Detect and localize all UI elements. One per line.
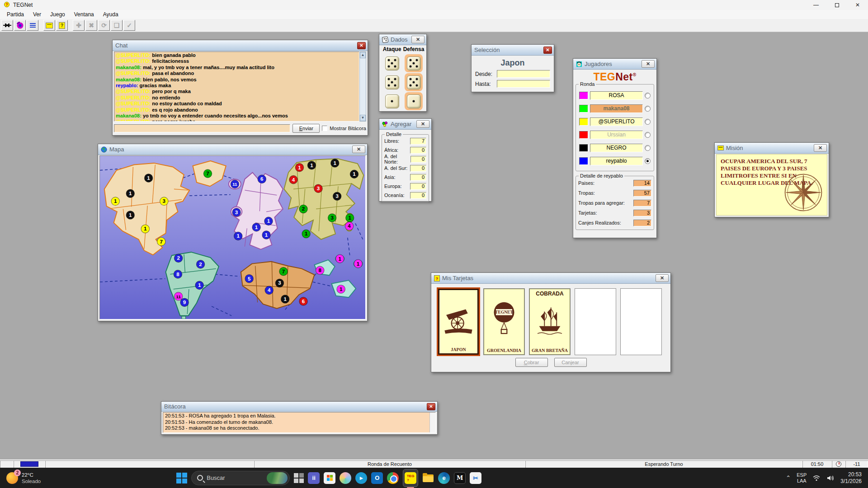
start-button[interactable] — [176, 469, 187, 487]
troop-marker[interactable]: 7 — [203, 169, 212, 178]
speaker-icon[interactable] — [826, 475, 835, 481]
troop-marker[interactable]: 3 — [333, 192, 341, 200]
troop-marker[interactable]: 2 — [196, 260, 204, 268]
troop-marker[interactable]: 1 — [234, 232, 242, 240]
troop-marker[interactable]: 1 — [262, 231, 270, 239]
menu-partida[interactable]: Partida — [2, 10, 28, 19]
player-radio[interactable] — [645, 158, 651, 164]
scroll-down-icon[interactable]: ▼ — [360, 115, 366, 121]
weather-widget[interactable]: 2 22°C Soleado — [6, 472, 41, 484]
mapa-close-icon[interactable]: ✕ — [352, 145, 365, 153]
troop-marker[interactable]: 7 — [279, 267, 288, 276]
tegnet-taskbar-button[interactable]: TEG? — [403, 469, 418, 487]
troop-marker[interactable]: 8 — [316, 266, 324, 274]
maximize-button[interactable] — [826, 0, 847, 10]
language-indicator[interactable]: ESPLAA — [797, 472, 807, 484]
taskbar-search[interactable]: Buscar — [191, 471, 290, 485]
troop-marker[interactable]: 1 — [111, 197, 119, 205]
troop-marker[interactable]: 1 — [302, 230, 310, 238]
agregar-close-icon[interactable]: ✕ — [416, 120, 429, 128]
troop-marker[interactable]: 3 — [314, 184, 322, 192]
troop-marker[interactable]: 1 — [195, 281, 203, 289]
store-button[interactable] — [324, 469, 335, 487]
world-map[interactable]: 1113117711631111111143323141228111957341… — [99, 155, 366, 319]
menu-ventana[interactable]: Ventana — [70, 10, 99, 19]
troop-marker[interactable]: 1 — [126, 189, 134, 197]
troop-marker[interactable]: 1 — [126, 211, 134, 219]
snipping-tool-button[interactable]: ✂ — [470, 469, 481, 487]
empty-card-slot[interactable] — [575, 288, 616, 355]
menu-ayuda[interactable]: Ayuda — [99, 10, 123, 19]
troop-marker[interactable]: 1 — [350, 170, 358, 178]
troop-marker[interactable]: 4 — [345, 222, 353, 230]
seleccion-titlebar[interactable]: Selección ✕ — [472, 45, 554, 56]
main-titlebar[interactable]: ? TEGNet — ✕ — [0, 0, 868, 10]
troop-marker[interactable]: 11 — [174, 292, 182, 300]
troop-marker[interactable]: 3 — [232, 208, 241, 216]
troop-marker[interactable]: 9 — [180, 298, 189, 306]
canjear-button[interactable]: Canjear — [554, 358, 587, 367]
player-radio[interactable] — [645, 132, 651, 138]
player-radio[interactable] — [645, 93, 651, 99]
jugadores-close-icon[interactable]: ✕ — [642, 60, 655, 68]
media-app-button[interactable]: M — [454, 469, 466, 487]
dice-close-icon[interactable]: ✕ — [411, 36, 425, 43]
search-highlight-thumbnail[interactable] — [267, 472, 288, 484]
outlook-button[interactable]: O — [371, 469, 383, 487]
chat-close-icon[interactable]: ✕ — [357, 42, 366, 49]
troop-marker[interactable]: 7 — [157, 238, 165, 246]
troop-marker[interactable]: 8 — [174, 270, 182, 278]
chat-input[interactable] — [114, 124, 290, 132]
troop-marker[interactable]: 1 — [346, 214, 354, 222]
to-input[interactable] — [497, 80, 550, 88]
from-input[interactable] — [497, 70, 550, 78]
copilot-button[interactable] — [340, 469, 351, 487]
tarjetas-titlebar[interactable]: ? Mis Tarjetas ✕ — [431, 273, 670, 284]
notes-button[interactable] — [43, 20, 55, 31]
wifi-icon[interactable] — [812, 475, 821, 481]
chat-scrollbar[interactable]: ▲ ▼ — [359, 52, 366, 122]
connect-button[interactable] — [1, 20, 13, 31]
empty-card-slot[interactable] — [620, 288, 662, 355]
mapa-titlebar[interactable]: Mapa ✕ — [98, 144, 367, 155]
player-radio[interactable] — [645, 145, 651, 151]
chat-titlebar[interactable]: Chat ✕ — [113, 40, 368, 51]
troop-marker[interactable]: 1 — [307, 161, 316, 169]
tarjetas-close-icon[interactable]: ✕ — [656, 274, 669, 282]
troop-marker[interactable]: 3 — [328, 214, 336, 222]
bitacora-titlebar[interactable]: Bitácora ✕ — [161, 402, 437, 412]
troop-marker[interactable]: 1 — [141, 225, 149, 233]
troop-marker[interactable]: 1 — [331, 159, 339, 167]
help-button[interactable]: ? — [56, 20, 68, 31]
stream-button[interactable]: ▸ — [355, 469, 367, 487]
globe-button[interactable] — [14, 20, 26, 31]
country-card[interactable]: JAPON — [438, 288, 479, 355]
mision-close-icon[interactable]: ✕ — [814, 144, 827, 152]
menu-juego[interactable]: Juego — [46, 10, 70, 19]
teams-button[interactable]: ii — [308, 469, 320, 487]
troop-marker[interactable]: 1 — [144, 174, 152, 182]
country-card[interactable]: COBRADAGRAN BRETAÑA — [529, 288, 571, 355]
menu-ver[interactable]: Ver — [28, 10, 46, 19]
list-button[interactable] — [27, 20, 38, 31]
troop-marker[interactable]: 2 — [174, 254, 182, 262]
chrome-button[interactable] — [387, 469, 399, 487]
cobrar-button[interactable]: Cobrar — [515, 358, 548, 367]
troop-marker[interactable]: 3 — [160, 197, 168, 205]
country-card[interactable]: TEGNETGROENLANDIA — [483, 288, 525, 355]
player-radio[interactable] — [645, 106, 651, 112]
troop-marker[interactable]: 4 — [289, 175, 297, 183]
troop-marker[interactable]: 1 — [264, 217, 273, 225]
close-button[interactable]: ✕ — [847, 0, 868, 10]
troop-marker[interactable]: 4 — [265, 286, 273, 294]
troop-marker[interactable]: 2 — [299, 205, 307, 213]
seleccion-close-icon[interactable]: ✕ — [543, 47, 552, 54]
troop-marker[interactable]: 1 — [336, 254, 344, 263]
troop-marker[interactable]: 5 — [245, 274, 253, 282]
edge-button[interactable]: e — [438, 469, 450, 487]
file-explorer-button[interactable] — [422, 469, 434, 487]
troop-marker[interactable]: 6 — [258, 175, 266, 183]
minimize-button[interactable]: — — [806, 0, 826, 10]
troop-marker[interactable]: 1 — [252, 223, 260, 231]
scroll-up-icon[interactable]: ▲ — [360, 52, 366, 58]
